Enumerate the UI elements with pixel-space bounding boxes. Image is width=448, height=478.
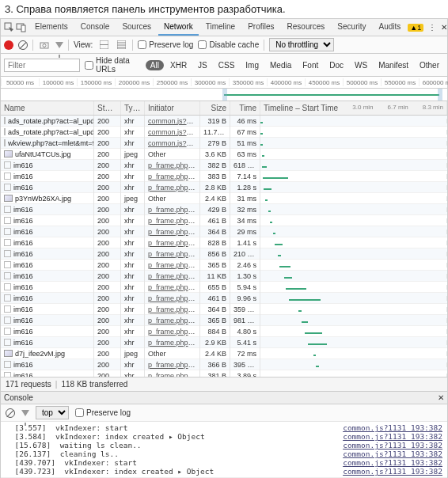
svg-point-4 [43, 44, 46, 47]
tab-network[interactable]: Network [158, 19, 199, 36]
console-line[interactable]: [15.678] waiting ls clean..common.js?113… [6, 441, 442, 450]
view-large-icon[interactable] [97, 39, 110, 51]
type-filter-css[interactable]: CSS [214, 60, 240, 70]
file-icon [4, 173, 11, 180]
file-icon [4, 228, 11, 235]
hide-data-urls-checkbox[interactable]: Hide data URLs [85, 56, 141, 74]
console-line[interactable]: [3.584] vkIndexer: index created ▸ Objec… [6, 432, 442, 441]
view-small-icon[interactable] [115, 39, 127, 51]
devtools-tabbar: ElementsConsoleSourcesNetworkTimelinePro… [1, 19, 447, 36]
view-label: View: [74, 40, 93, 49]
type-filter-doc[interactable]: Doc [325, 60, 348, 70]
request-table[interactable]: ads_rotate.php?act=al_update_ad200xhrcom… [1, 116, 447, 377]
devtools-panel: ElementsConsoleSourcesNetworkTimelinePro… [0, 18, 448, 478]
capture-screenshot-icon[interactable] [38, 39, 51, 51]
tab-resources[interactable]: Resources [282, 19, 331, 36]
console-line[interactable]: [26.137] cleaning ls..common.js?1131 193… [6, 450, 442, 458]
console-body[interactable]: [3.557] vkIndexer: startcommon.js?1131 1… [1, 422, 447, 477]
warning-badge[interactable]: ▲1 [408, 24, 423, 32]
file-icon [4, 217, 11, 224]
clear-icon[interactable] [18, 40, 28, 50]
image-icon [4, 350, 13, 357]
table-header[interactable]: Name Status Type Initiator Size Time Tim… [1, 101, 447, 116]
console-preserve-log-checkbox[interactable]: Preserve log [75, 408, 131, 417]
type-filter-media[interactable]: Media [265, 60, 296, 70]
console-line[interactable]: [3.557] vkIndexer: startcommon.js?1131 1… [6, 423, 442, 432]
network-toolbar: View: Preserve log Disable cache No thro… [1, 36, 447, 54]
console-clear-icon[interactable] [6, 408, 15, 418]
file-icon [4, 128, 6, 135]
overview-waveform[interactable] [1, 89, 447, 101]
device-icon[interactable] [16, 21, 26, 34]
type-filter-font[interactable]: Font [298, 60, 323, 70]
file-icon [4, 305, 11, 313]
tab-profiles[interactable]: Profiles [242, 19, 279, 36]
console-toolbar: top Preserve log [1, 404, 447, 422]
file-icon [4, 139, 6, 146]
image-icon [4, 195, 13, 202]
file-icon [4, 161, 11, 169]
file-icon [4, 272, 11, 279]
file-icon [4, 317, 11, 324]
tab-sources[interactable]: Sources [116, 19, 157, 36]
file-icon [4, 206, 11, 213]
type-filter-other[interactable]: Other [415, 60, 444, 70]
file-icon [4, 250, 11, 257]
file-icon [4, 184, 11, 191]
console-filter-icon[interactable] [21, 410, 29, 416]
throttling-select[interactable]: No throttling [269, 38, 334, 51]
file-icon [4, 117, 6, 124]
tab-audits[interactable]: Audits [373, 19, 406, 36]
image-icon [4, 150, 13, 157]
type-filter-ws[interactable]: WS [350, 60, 372, 70]
file-icon [4, 328, 11, 335]
disable-cache-checkbox[interactable]: Disable cache [198, 40, 259, 49]
filter-input[interactable] [4, 59, 80, 72]
summary-bar: 171 requests|118 KB transferred [1, 377, 447, 391]
console-close-icon[interactable]: ✕ [438, 393, 444, 402]
inspect-icon[interactable] [4, 21, 14, 34]
file-icon [4, 261, 11, 268]
table-row[interactable]: im616200xhrp_frame.php?7:62381 B3.89 s [1, 370, 447, 377]
type-filter-img[interactable]: Img [241, 60, 264, 70]
console-context-select[interactable]: top [36, 406, 69, 419]
filter-icon[interactable] [55, 42, 63, 48]
type-filter-all[interactable]: All [146, 60, 164, 70]
console-title[interactable]: Console [4, 393, 33, 402]
file-icon [4, 361, 11, 368]
file-icon [4, 283, 11, 290]
record-icon[interactable] [4, 40, 13, 50]
console-drawer-header: Console ✕ [1, 391, 447, 404]
type-filter-xhr[interactable]: XHR [165, 60, 192, 70]
tab-timeline[interactable]: Timeline [200, 19, 241, 36]
tab-security[interactable]: Security [332, 19, 371, 36]
filter-bar: Hide data URLs AllXHRJSCSSImgMediaFontDo… [1, 54, 447, 77]
file-icon [4, 339, 11, 346]
timeline-ruler[interactable]: 50000 ms100000 ms150000 ms200000 ms25000… [1, 77, 447, 89]
type-filter-manifest[interactable]: Manifest [374, 60, 413, 70]
console-line[interactable]: [439.723] vkIndexer: index created ▸ Obj… [6, 467, 442, 476]
tab-console[interactable]: Console [75, 19, 116, 36]
preserve-log-checkbox[interactable]: Preserve log [138, 40, 193, 49]
close-icon[interactable]: ✕ [441, 23, 447, 32]
svg-rect-2 [21, 25, 25, 32]
tab-elements[interactable]: Elements [29, 19, 74, 36]
console-line[interactable]: [439.707] vkIndexer: startcommon.js?1131… [6, 458, 442, 467]
type-filter-js[interactable]: JS [193, 60, 212, 70]
more-icon[interactable]: ⋮ [428, 23, 436, 32]
page-caption: 3. Справа появляется панель инструментов… [0, 0, 448, 18]
file-icon [4, 372, 11, 377]
file-icon [4, 239, 11, 246]
file-icon [4, 294, 11, 302]
